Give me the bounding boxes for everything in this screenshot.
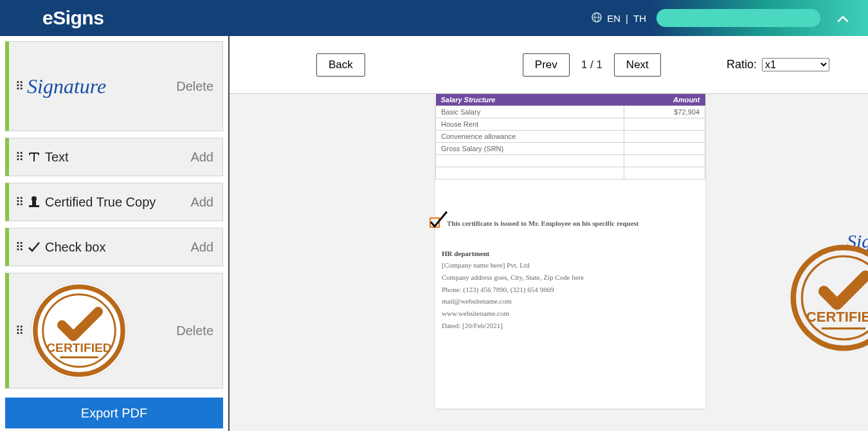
sidebar-item-text[interactable]: ⠿ Text Add [5, 138, 223, 176]
table-row: Basic Salary$72,904 [436, 105, 705, 118]
document-page: Salary StructureAmount Basic Salary$72,9… [435, 94, 705, 408]
ratio-label: Ratio: [727, 58, 757, 71]
export-pdf-button[interactable]: Export PDF [5, 398, 223, 428]
sidebar: ⠿ Signature Delete ⠿ Text Add ⠿ Certifie… [0, 36, 230, 431]
svg-text:CERTIFIED: CERTIFIED [806, 309, 868, 325]
svg-rect-4 [32, 201, 36, 205]
signature-label: Signature [27, 75, 106, 98]
add-button[interactable]: Add [190, 240, 213, 255]
prev-button[interactable]: Prev [523, 53, 570, 77]
checkbox-overlay-icon[interactable] [428, 210, 446, 227]
drag-handle-icon[interactable]: ⠿ [15, 240, 22, 254]
table-row: Convenience allowance [436, 130, 705, 142]
app-header: eSigns EN | TH [0, 0, 868, 36]
globe-icon [592, 12, 602, 24]
svg-rect-3 [29, 205, 39, 207]
add-button[interactable]: Add [190, 195, 213, 210]
drag-handle-icon[interactable]: ⠿ [15, 79, 22, 93]
content-area: Back Prev 1 / 1 Next Ratio: x1 Salary St… [230, 36, 868, 431]
delete-button[interactable]: Delete [176, 79, 213, 94]
svg-text:CERTIFIED: CERTIFIED [46, 341, 112, 354]
add-button[interactable]: Add [190, 150, 213, 165]
back-button[interactable]: Back [316, 53, 365, 77]
check-icon [27, 240, 41, 254]
table-row [436, 154, 705, 167]
header-pill[interactable] [656, 9, 820, 27]
language-switch[interactable]: EN | TH [592, 12, 646, 24]
stamp-icon [27, 195, 41, 209]
text-label: Text [45, 150, 69, 165]
lang-th[interactable]: TH [633, 13, 646, 24]
ratio-select[interactable]: x1 [762, 58, 829, 71]
app-logo: eSigns [42, 7, 104, 29]
ctc-label: Certified True Copy [45, 195, 156, 210]
certificate-line: This certificate is issued to Mr. Employ… [428, 210, 705, 227]
next-button[interactable]: Next [614, 53, 661, 77]
sidebar-item-stamp[interactable]: ⠿ CERTIFIED Delete [5, 273, 223, 389]
hr-department-block: HR department [Company name here] Pvt. L… [442, 248, 705, 332]
table-row: House Rent [436, 118, 705, 130]
drag-handle-icon[interactable]: ⠿ [15, 324, 22, 338]
table-row: Gross Salary (SRN) [436, 142, 705, 154]
toolbar: Back Prev 1 / 1 Next Ratio: x1 [230, 36, 868, 94]
certified-stamp-overlay[interactable]: CERTIFIED [789, 243, 868, 353]
table-row [436, 167, 705, 179]
drag-handle-icon[interactable]: ⠿ [15, 195, 22, 209]
drag-handle-icon[interactable]: ⠿ [15, 150, 22, 164]
chevron-up-icon[interactable] [831, 11, 855, 26]
svg-point-5 [32, 196, 37, 201]
sidebar-item-certified-true-copy[interactable]: ⠿ Certified True Copy Add [5, 183, 223, 221]
salary-table: Salary StructureAmount Basic Salary$72,9… [435, 94, 705, 179]
certified-stamp-preview: CERTIFIED [31, 282, 127, 379]
page-indicator: 1 / 1 [581, 59, 602, 71]
sidebar-item-signature[interactable]: ⠿ Signature Delete [5, 41, 223, 131]
text-icon [27, 150, 41, 164]
checkbox-label: Check box [45, 240, 106, 255]
delete-button[interactable]: Delete [176, 324, 213, 338]
lang-en[interactable]: EN [607, 13, 620, 24]
document-viewport[interactable]: Salary StructureAmount Basic Salary$72,9… [230, 94, 868, 431]
sidebar-item-checkbox[interactable]: ⠿ Check box Add [5, 228, 223, 266]
